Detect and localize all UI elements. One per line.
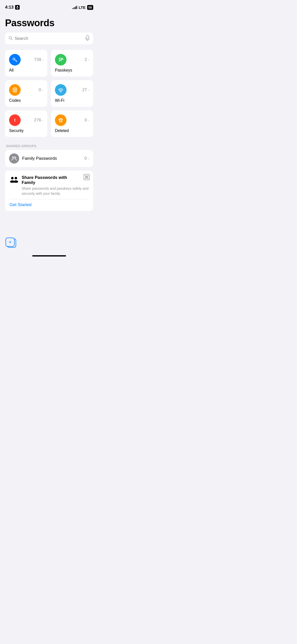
card-security[interactable]: 276 › Security	[5, 110, 47, 137]
page-title: Passwords	[5, 18, 93, 28]
family-icon	[9, 153, 19, 164]
home-bar	[32, 255, 66, 256]
codes-label: Codes	[9, 98, 43, 103]
svg-point-19	[15, 121, 15, 122]
add-password-button[interactable]: +	[5, 236, 18, 248]
passkeys-label: Passkeys	[55, 68, 89, 73]
security-label: Security	[9, 128, 43, 133]
signal-icon	[73, 6, 77, 9]
shared-groups-label: SHARED GROUPS	[5, 144, 93, 148]
chevron-right-icon: ›	[42, 118, 43, 122]
wifi-icon	[55, 84, 67, 96]
codes-count: 0	[39, 87, 41, 92]
security-icon	[9, 114, 21, 126]
svg-point-30	[14, 180, 18, 183]
battery-level: 56	[87, 5, 93, 10]
shared-groups-section: SHARED GROUPS Family Passwords 0 ›	[5, 144, 93, 211]
svg-line-10	[16, 61, 17, 61]
card-passkeys[interactable]: 2 › Passkeys	[51, 50, 93, 77]
battery-indicator: 56	[87, 5, 93, 10]
card-wifi[interactable]: 27 › Wi-Fi	[51, 80, 93, 107]
family-passwords-label: Family Passwords	[22, 156, 81, 161]
card-deleted[interactable]: 0 › Deleted	[51, 110, 93, 137]
family-passwords-count: 0	[84, 156, 87, 161]
passkeys-count: 2	[85, 57, 87, 62]
key-icon	[9, 54, 21, 66]
bottom-toolbar: +	[0, 233, 98, 253]
time-display: 4:13	[5, 5, 14, 10]
chevron-right-icon: ›	[88, 58, 89, 62]
deleted-count: 0	[85, 118, 87, 123]
chevron-right-icon: ›	[42, 58, 43, 62]
search-icon	[9, 36, 13, 41]
svg-point-15	[14, 89, 16, 90]
search-input[interactable]	[15, 36, 83, 41]
family-passwords-item[interactable]: Family Passwords 0 ›	[5, 150, 93, 167]
plus-icon: +	[9, 240, 12, 245]
share-family-icon	[10, 176, 19, 184]
recording-icon	[15, 5, 20, 10]
promo-card: Share Passwords with Family Share passwo…	[5, 171, 93, 211]
main-content: Passwords	[0, 13, 98, 211]
network-type: LTE	[79, 5, 85, 10]
search-bar[interactable]	[5, 33, 93, 44]
svg-line-13	[63, 59, 63, 60]
chevron-right-icon: ›	[42, 88, 43, 92]
promo-divider	[10, 199, 89, 199]
svg-point-27	[11, 177, 14, 179]
status-right: LTE 56	[73, 5, 93, 10]
mic-icon[interactable]	[85, 35, 90, 42]
security-count: 276	[34, 118, 41, 123]
chevron-right-icon: ›	[88, 118, 89, 122]
codes-icon	[9, 84, 21, 96]
svg-point-11	[59, 58, 61, 60]
stack-front: +	[6, 238, 15, 247]
category-grid: 739 › All 2 ›	[5, 50, 93, 137]
chevron-right-icon: ›	[88, 156, 89, 161]
all-label: All	[9, 68, 43, 73]
passkey-icon	[55, 54, 67, 66]
promo-description: Share passwords and passkeys safely and …	[22, 186, 89, 196]
svg-point-28	[15, 177, 17, 179]
status-time: 4:13	[5, 5, 20, 10]
all-count: 739	[34, 57, 41, 62]
card-codes[interactable]: 0 › Codes	[5, 80, 47, 107]
promo-cta-button[interactable]: Get Started	[10, 202, 31, 207]
wifi-label: Wi-Fi	[55, 98, 89, 103]
trash-icon	[55, 114, 67, 126]
svg-point-23	[12, 157, 14, 158]
svg-rect-5	[86, 35, 88, 39]
svg-rect-0	[17, 6, 18, 8]
svg-line-4	[11, 39, 12, 40]
status-bar: 4:13 LTE 56	[0, 0, 98, 13]
card-all[interactable]: 739 › All	[5, 50, 47, 77]
svg-point-24	[14, 157, 16, 158]
promo-title: Share Passwords with Family	[22, 175, 89, 185]
home-indicator	[0, 253, 98, 259]
deleted-label: Deleted	[55, 128, 89, 133]
chevron-right-icon: ›	[88, 88, 89, 92]
promo-close-button[interactable]	[84, 174, 90, 180]
svg-point-16	[60, 92, 61, 93]
wifi-count: 27	[82, 87, 87, 92]
